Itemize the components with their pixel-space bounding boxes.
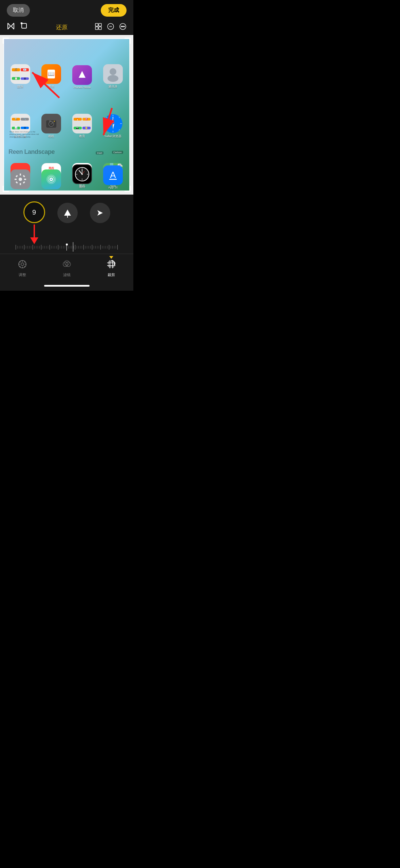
app-label: 通讯录 [108, 85, 117, 89]
list-item: iTunes Store [68, 42, 97, 89]
svg-point-16 [110, 68, 116, 75]
svg-text:A: A [110, 170, 116, 180]
ruler-dot [66, 243, 68, 246]
itunes-icon [72, 65, 92, 85]
bottom-area: 9 [0, 195, 133, 291]
flip-horizontal-icon[interactable] [7, 22, 15, 32]
list-item: 🔥 🎯 📷 ⭐ 教育 [68, 91, 97, 138]
bottom-tabs: 调整 滤镜 [0, 254, 133, 282]
svg-rect-2 [99, 23, 101, 26]
svg-point-107 [64, 260, 69, 265]
svg-point-8 [121, 26, 122, 26]
top-bar: 取消 完成 [0, 0, 133, 19]
send-button[interactable] [90, 203, 110, 223]
app-label: 图书 [48, 85, 54, 89]
markup-icon[interactable]: ✏ [107, 23, 114, 32]
app-label: 教育 [79, 134, 85, 139]
appstore-icon: A [103, 165, 123, 185]
findmy-icon [41, 169, 61, 189]
svg-rect-59 [20, 183, 21, 185]
dial-button[interactable]: 9 [23, 201, 45, 223]
app-label: iTunes Store [74, 86, 91, 89]
image-edit-area[interactable]: 🎵 📧 📋 🗓 娱乐 📖 图书 [0, 35, 133, 195]
svg-point-9 [122, 26, 123, 26]
list-item: 相机 [37, 91, 66, 138]
svg-point-68 [51, 179, 52, 180]
ruler-center-line [73, 242, 73, 252]
svg-rect-0 [22, 23, 26, 28]
svg-line-101 [20, 261, 21, 263]
svg-rect-1 [95, 23, 98, 26]
toolbar-right: ✏ [95, 23, 127, 32]
circle-buttons: 9 [23, 201, 110, 246]
svg-point-96 [21, 263, 24, 266]
homescreen-image: 🎵 📧 📋 🗓 娱乐 📖 图书 [3, 38, 130, 191]
list-item [37, 164, 66, 189]
svg-point-79 [81, 174, 83, 175]
svg-point-57 [19, 178, 22, 181]
list-item: 📖 图书 [37, 42, 66, 89]
svg-marker-14 [79, 71, 85, 78]
app-label: Safari浏览器 [104, 134, 121, 139]
svg-point-22 [52, 122, 53, 123]
filter-icon [62, 259, 72, 271]
svg-line-103 [24, 261, 25, 263]
svg-point-10 [124, 26, 125, 26]
svg-marker-92 [64, 210, 71, 216]
done-button[interactable]: 完成 [101, 4, 127, 17]
svg-marker-94 [97, 210, 103, 216]
list-item: 🎵 📧 📋 🗓 娱乐 [6, 42, 35, 89]
dial-value: 9 [32, 209, 36, 216]
svg-line-102 [24, 266, 25, 267]
svg-rect-4 [99, 27, 101, 30]
tab-crop[interactable]: 裁剪 [100, 257, 123, 279]
svg-text:✏: ✏ [109, 24, 113, 29]
app-label: 娱乐 [17, 85, 23, 89]
svg-rect-109 [109, 261, 114, 267]
books-icon: 📖 [41, 64, 61, 84]
cartoon-label: Cartoon [112, 148, 123, 155]
crop-icon [107, 259, 116, 271]
svg-marker-108 [109, 256, 113, 259]
tab-adjust-label: 调整 [19, 272, 26, 277]
triangle-button[interactable] [57, 203, 78, 223]
tab-filter-label: 滤镜 [63, 272, 71, 277]
active-tab-indicator [109, 254, 113, 260]
svg-point-17 [108, 75, 118, 82]
svg-rect-61 [24, 179, 26, 180]
inset-label: Inset [96, 151, 103, 155]
list-item: N Safari浏览器 [98, 91, 127, 138]
tab-crop-label: 裁剪 [108, 272, 115, 277]
app-label: 闹钟 [79, 185, 85, 189]
list-item: 12 3 6 9 闹钟 [68, 164, 97, 189]
ruler[interactable] [0, 242, 133, 252]
svg-text:12: 12 [81, 169, 83, 171]
svg-point-106 [66, 262, 71, 267]
svg-rect-60 [15, 179, 17, 180]
cancel-button[interactable]: 取消 [7, 4, 30, 17]
list-item [6, 164, 35, 189]
toolbar-row: 还原 ✏ [0, 19, 133, 35]
restore-button[interactable]: 还原 [56, 23, 68, 31]
app-label: 相机 [48, 134, 54, 139]
tab-filter[interactable]: 滤镜 [55, 257, 78, 279]
svg-point-105 [63, 262, 68, 267]
svg-rect-58 [20, 174, 21, 176]
home-indicator [44, 285, 90, 287]
svg-text:📖: 📖 [48, 71, 55, 77]
toolbar-left [7, 22, 28, 32]
app-label: App St [108, 186, 117, 189]
layout-icon[interactable] [95, 23, 102, 32]
tab-adjust[interactable]: 调整 [11, 257, 34, 279]
svg-rect-3 [95, 27, 98, 30]
camera-icon [41, 114, 61, 133]
more-icon[interactable] [119, 23, 127, 32]
adjust-icon [18, 259, 27, 271]
svg-rect-23 [49, 121, 51, 122]
small-text-overlay: What does not change is the playing hear… [9, 131, 40, 139]
list-item: A App St [98, 164, 127, 189]
list-item: 通讯录 [98, 42, 127, 89]
svg-line-104 [20, 266, 21, 267]
svg-point-24 [54, 121, 55, 122]
rotate-icon[interactable] [20, 22, 28, 32]
